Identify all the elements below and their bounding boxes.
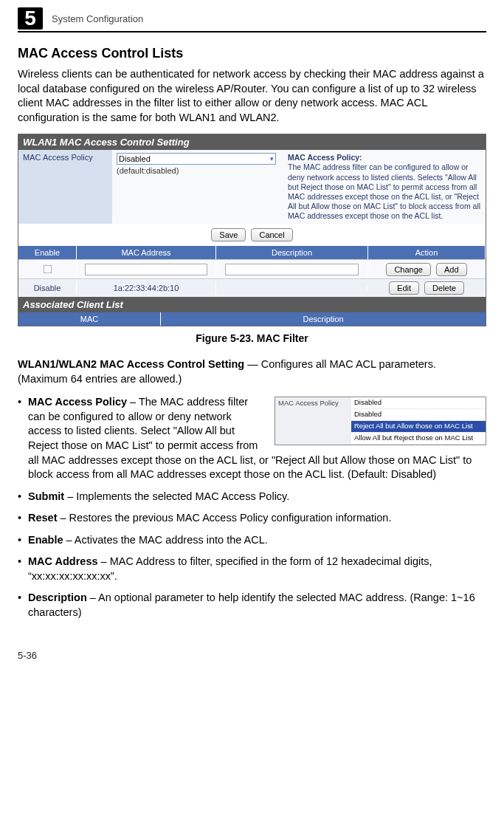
- bullet-term: Enable: [28, 534, 63, 546]
- bullet-term: Submit: [28, 490, 64, 502]
- delete-button[interactable]: Delete: [424, 281, 464, 295]
- col-desc: Description: [216, 246, 368, 259]
- chapter-title: System Configuration: [52, 13, 143, 24]
- intro-paragraph: Wireless clients can be authenticated fo…: [18, 67, 486, 125]
- bullet-term: Description: [28, 592, 87, 603]
- bullet-item: • MAC Access Policy Disabled Disabled Re…: [18, 395, 486, 481]
- assoc-header: MAC Description: [18, 312, 486, 326]
- inset-option[interactable]: Allow All but Reject those on MAC List: [351, 433, 486, 445]
- policy-row: MAC Access Policy Disabled ▾ (default:di…: [18, 150, 486, 224]
- chevron-down-icon: ▾: [270, 155, 274, 162]
- bullet-item: • Submit – Implements the selected MAC A…: [18, 490, 486, 504]
- save-cancel-row: Save Cancel: [18, 224, 486, 246]
- bullet-body: – An optional parameter to help identify…: [28, 592, 475, 618]
- col-action: Action: [368, 246, 486, 259]
- bullet-list: • MAC Access Policy Disabled Disabled Re…: [18, 395, 486, 620]
- cancel-button[interactable]: Cancel: [251, 228, 292, 241]
- panel-title-bar: WLAN1 MAC Access Control Setting: [18, 134, 486, 150]
- change-button[interactable]: Change: [386, 263, 431, 276]
- assoc-title-bar: Associated Client List: [18, 297, 486, 312]
- bullet-body: – Restores the previous MAC Access Polic…: [58, 512, 392, 524]
- page-header: 5 System Configuration: [18, 7, 486, 32]
- chapter-number-badge: 5: [18, 7, 43, 30]
- policy-help-title: MAC Access Policy:: [288, 153, 362, 162]
- inset-options[interactable]: Disabled Disabled Reject All but Allow t…: [351, 397, 486, 444]
- policy-select[interactable]: Disabled ▾: [117, 153, 276, 165]
- inset-label: MAC Access Policy: [275, 397, 351, 444]
- bullet-icon: •: [18, 395, 28, 481]
- policy-control-cell: Disabled ▾ (default:disabled): [112, 150, 283, 224]
- policy-default-note: (default:disabled): [117, 166, 279, 175]
- mac-input[interactable]: [85, 264, 207, 275]
- bullet-icon: •: [18, 490, 28, 504]
- page-number: 5-36: [18, 650, 486, 661]
- bullet-body: – Implements the selected MAC Access Pol…: [64, 490, 289, 502]
- add-button[interactable]: Add: [436, 263, 467, 276]
- inset-option[interactable]: Disabled: [351, 409, 486, 421]
- figure-caption: Figure 5-23. MAC Filter: [18, 332, 486, 344]
- bullet-item: • Description – An optional parameter to…: [18, 591, 486, 620]
- desc-input[interactable]: [225, 264, 359, 275]
- policy-help-body: The MAC address filter can be configured…: [288, 162, 480, 220]
- bullet-item: • Enable – Activates the MAC address int…: [18, 533, 486, 548]
- bullet-icon: •: [18, 555, 28, 583]
- bullet-body: – Activates the MAC address into the ACL…: [63, 534, 268, 546]
- col-enable: Enable: [18, 246, 77, 259]
- figure-screenshot: WLAN1 MAC Access Control Setting MAC Acc…: [18, 134, 486, 326]
- acl-table-header: Enable MAC Address Description Action: [18, 246, 486, 259]
- policy-dropdown-inset: MAC Access Policy Disabled Disabled Reje…: [275, 397, 486, 445]
- policy-select-value: Disabled: [119, 154, 151, 163]
- inset-option[interactable]: Disabled: [351, 397, 486, 409]
- acl-existing-row: Disable 1a:22:33:44:2b:10 Edit Delete: [18, 278, 486, 297]
- assoc-col-desc: Description: [161, 312, 486, 326]
- acl-input-row: Change Add: [18, 259, 486, 278]
- existing-enable-value: Disable: [18, 281, 77, 295]
- post-figure-lead-bold: WLAN1/WLAN2 MAC Access Control Setting: [18, 358, 244, 370]
- edit-button[interactable]: Edit: [389, 281, 419, 295]
- bullet-icon: •: [18, 533, 28, 548]
- bullet-term: MAC Address: [28, 555, 98, 567]
- post-figure-lead: WLAN1/WLAN2 MAC Access Control Setting —…: [18, 357, 486, 386]
- bullet-item: • Reset – Restores the previous MAC Acce…: [18, 511, 486, 526]
- bullet-item: • MAC Address – MAC Address to filter, s…: [18, 555, 486, 583]
- inset-option-selected[interactable]: Reject All but Allow those on MAC List: [351, 421, 486, 433]
- col-mac: MAC Address: [77, 246, 216, 259]
- bullet-term: Reset: [28, 512, 58, 524]
- section-heading: MAC Access Control Lists: [18, 46, 486, 61]
- bullet-icon: •: [18, 591, 28, 620]
- policy-help-text: MAC Access Policy: The MAC address filte…: [283, 150, 486, 224]
- bullet-term: MAC Access Policy: [28, 396, 127, 408]
- assoc-col-mac: MAC: [18, 312, 161, 326]
- save-button[interactable]: Save: [211, 228, 246, 241]
- enable-checkbox[interactable]: [44, 265, 52, 274]
- existing-desc-value: [216, 286, 368, 290]
- existing-mac-value: 1a:22:33:44:2b:10: [77, 281, 216, 295]
- policy-label-cell: MAC Access Policy: [18, 150, 112, 224]
- bullet-icon: •: [18, 511, 28, 526]
